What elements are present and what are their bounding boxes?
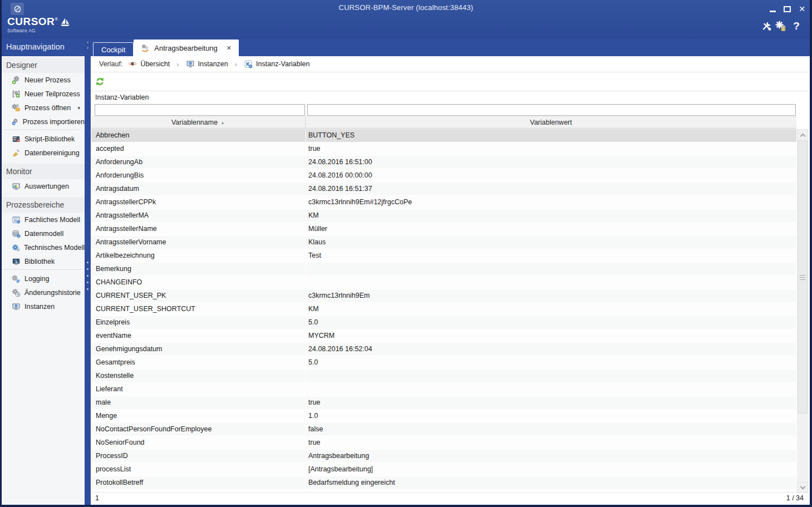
scrollbar-thumb[interactable] [798,141,808,414]
collapse-left-icon[interactable]: ‹ [85,40,91,45]
column-header-variablenname[interactable]: Variablenname ▲ [91,117,306,128]
variable-name-cell: Lieferant [91,383,306,396]
sidebar-divider [3,269,81,270]
variable-name-cell: Gesamtpreis [91,356,306,369]
sidebar-item-prozess-öffnen[interactable]: Prozess öffnen▾ [2,101,85,115]
sidebar-item-technisches-modell[interactable]: Technisches Modell [2,240,85,254]
sidebar-item-auswertungen[interactable]: Auswertungen [2,179,85,193]
table-row[interactable]: NoContactPersonFoundForEmployeefalse [91,423,796,436]
variable-name-cell: Genehmigungsdatum [91,343,306,356]
cleanup-icon [12,149,21,157]
sidebar-item-skript-bibliothek[interactable]: Skript-Bibliothek [2,132,85,146]
breadcrumb-item-übersicht[interactable]: Übersicht [128,60,170,68]
variable-name-cell: male [91,396,306,409]
splitter-grip [87,262,88,295]
table-row[interactable]: Bemerkung [91,263,796,276]
table-row[interactable]: Genehmigungsdatum24.08.2016 16:52:04 [91,343,796,356]
tab-close-icon[interactable]: ✕ [227,45,232,52]
breadcrumb-item-instanzen[interactable]: Instanzen [186,60,228,68]
table-row[interactable]: AntragsstellerCPPkc3krmc13rlnnih9Em#12jf… [91,196,796,209]
maximize-button[interactable] [781,3,793,14]
table-row[interactable]: Menge1.0 [91,410,796,423]
table-row[interactable]: CHANGEINFO [91,276,796,289]
sidebar-item-fachliches-modell[interactable]: Fachliches Modell [2,213,85,227]
column-label: Variablenname [171,119,218,126]
vertical-scrollbar[interactable] [797,129,808,493]
variable-value-cell: Test [306,249,796,262]
close-button[interactable]: ✕ [796,3,808,14]
sidebar-item-datenmodell[interactable]: Datenmodell [2,227,85,240]
import-process-icon [12,117,19,126]
column-header-variablenwert[interactable]: Variablenwert [306,117,796,128]
sidebar-item-neuer-teilprozess[interactable]: Neuer Teilprozess [2,87,85,101]
table-row[interactable]: maletrue [91,396,796,410]
table-row[interactable]: eventNameMYCRM [91,329,796,343]
table-row[interactable]: Kostenstelle [91,370,796,383]
sidebar-splitter[interactable]: ‹ › [85,39,91,505]
administration-button[interactable] [775,20,787,32]
help-icon: ? [793,20,800,32]
breadcrumb: Verlauf: Übersicht›Instanzen›Instanz-Var… [99,56,309,72]
table-row[interactable]: NoSeniorFoundtrue [91,436,796,450]
variable-value-cell: c3krmc13rlnnih9Em#12jfrgcCoPe [306,196,796,209]
minimize-button[interactable] [767,3,778,14]
variable-name-cell: Einzelpreis [91,316,306,329]
table-row[interactable]: Lieferant [91,383,796,396]
variable-name-cell: NoContactPersonFoundForEmployee [91,423,306,436]
variablenname-filter-input[interactable] [95,104,305,116]
variable-value-cell: c3krmc13rlnnih9Em [306,289,796,302]
table-row[interactable]: Gesamtpreis5.0 [91,356,796,370]
table-row[interactable]: AnforderungAb24.08.2016 16:51:00 [91,156,796,169]
grid-section-title: Instanz-Variablen [95,93,149,101]
instances-monitor-icon [12,302,21,311]
variable-name-cell: accepted [91,142,306,155]
table-row[interactable]: Antragsdatum24.08.2016 16:51:37 [91,183,796,196]
help-button[interactable]: ? [790,20,803,32]
table-row[interactable]: AnforderungBis24.08.2016 00:00:00 [91,169,796,183]
sidebar-item-bibliothek[interactable]: Bibliothek [2,254,85,268]
table-row[interactable]: AntragsstellerMAKM [91,209,796,223]
scroll-down-button[interactable] [797,482,808,493]
variablenwert-filter-input[interactable] [307,104,796,116]
tools-icon [761,21,772,32]
breadcrumb-item-instanz-variablen[interactable]: Instanz-Variablen [244,60,309,68]
variable-value-cell: false [306,423,796,436]
sidebar-item-prozess-importieren[interactable]: Prozess importieren [2,115,85,129]
variable-value-cell: KM [306,209,796,222]
sidebar-item-instanzen[interactable]: Instanzen [2,299,85,313]
scroll-up-button[interactable] [797,129,808,140]
tab-cockpit[interactable]: Cockpit [93,42,134,56]
breadcrumb-separator: › [235,60,237,68]
variable-name-cell: AntragsstellerName [91,223,306,235]
table-row[interactable]: AntragsstellerVornameKlaus [91,236,796,249]
table-row[interactable]: AbbrechenBUTTON_YES [91,129,796,142]
expand-right-icon[interactable]: › [85,45,91,51]
table-row[interactable]: Einzelpreis5.0 [91,316,796,329]
sidebar-item-logging[interactable]: Logging [2,272,85,286]
sidebar-item-label: Datenmodell [24,230,63,238]
tools-button[interactable] [760,20,772,32]
window-border-bottom [0,505,812,507]
app-window: CURSOR-BPM-Server (localhost:38443) CURS… [0,0,812,507]
tab-antragsbearbeitung[interactable]: Antragsbearbeitung✕ [134,40,239,56]
table-row[interactable]: acceptedtrue [91,142,796,156]
table-row[interactable]: processList[Antragsbearbeitung] [91,463,796,476]
table-row[interactable]: CURRENT_USER_PKc3krmc13rlnnih9Em [91,289,796,303]
table-row[interactable]: AntragsstellerNameMüller [91,223,796,236]
sidebar-item-neuer-prozess[interactable]: Neuer Prozess [2,73,85,87]
variable-name-cell: AntragsstellerVorname [91,236,306,249]
variable-name-cell: Abbrechen [91,129,306,142]
sidebar-item-datenbereinigung[interactable]: Datenbereinigung [2,146,85,160]
refresh-icon [95,77,105,86]
new-process-icon [12,76,21,85]
variable-value-cell [306,276,796,289]
table-row[interactable]: ProtokollBetreffBedarfsmeldung eingereic… [91,476,796,490]
refresh-button[interactable] [95,77,106,88]
chevron-down-icon[interactable]: ▾ [77,105,85,111]
table-row[interactable]: CURRENT_USER_SHORTCUTKM [91,303,796,316]
sidebar-item-label: Neuer Teilprozess [24,90,80,98]
table-row[interactable]: ProcessIDAntragsbearbeitung [91,450,796,463]
table-row[interactable]: ArtikelbezeichnungTest [91,249,796,263]
maximize-icon [784,6,791,12]
sidebar-item-änderungshistorie[interactable]: Änderungshistorie [2,286,85,299]
